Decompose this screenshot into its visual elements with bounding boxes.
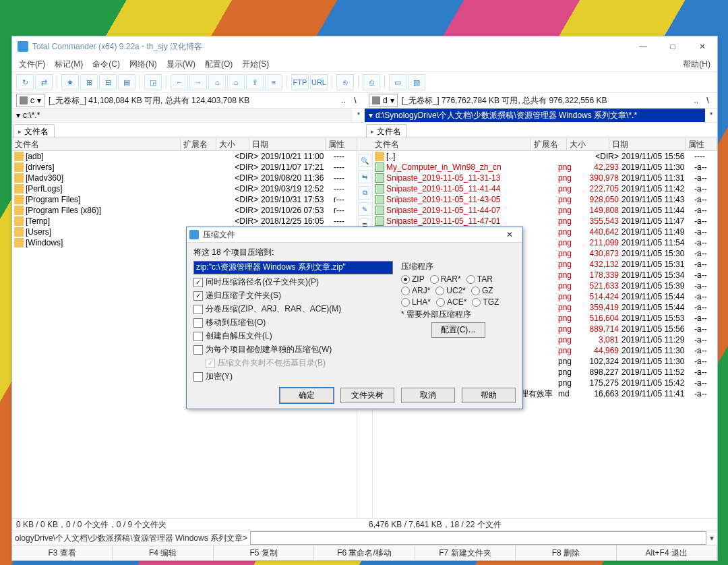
col-attr[interactable]: 属性: [326, 138, 357, 150]
list-item[interactable]: [..]<DIR>2019/11/05 15:56----: [373, 151, 717, 162]
col-name[interactable]: 文件名: [372, 138, 531, 150]
minimize-button[interactable]: —: [628, 36, 658, 57]
tool-home-a-icon[interactable]: ⌂: [208, 74, 226, 90]
drive-root-right[interactable]: \: [702, 96, 713, 105]
menu-command[interactable]: 命令(C): [92, 59, 120, 70]
tool-refresh-icon[interactable]: ↻: [16, 74, 34, 90]
tool-print-icon[interactable]: ⎙: [363, 74, 380, 90]
menu-config[interactable]: 配置(O): [205, 59, 233, 70]
col-size[interactable]: 大小: [216, 138, 249, 150]
tool-star-icon[interactable]: ★: [61, 74, 79, 90]
radio-gz[interactable]: GZ: [471, 286, 493, 295]
list-item[interactable]: [Program Files]<DIR>2019/10/31 17:53r---: [12, 194, 357, 205]
fkey-f7[interactable]: F7 新建文件夹: [415, 545, 516, 560]
list-item[interactable]: My_Computer_in_Win98_zh_cnpng42,2932019/…: [373, 162, 717, 173]
radio-arj[interactable]: ARJ*: [401, 286, 430, 295]
opt-sfx[interactable]: 创建自解压文件(L): [193, 330, 393, 342]
vtool-search-icon[interactable]: 🔍: [358, 154, 371, 167]
radio-tgz[interactable]: TGZ: [472, 297, 499, 307]
col-name[interactable]: 文件名: [12, 138, 181, 150]
list-item[interactable]: Snipaste_2019-11-05_11-31-13png390,97820…: [373, 173, 717, 183]
tab-left-filename[interactable]: ▸ 文件名: [13, 124, 55, 138]
col-size[interactable]: 大小: [567, 138, 609, 150]
drive-select-right[interactable]: d ▾: [369, 94, 398, 107]
radio-tar[interactable]: TAR: [466, 274, 493, 284]
tool-home-b-icon[interactable]: ⌂: [227, 74, 245, 90]
radio-lha[interactable]: LHA*: [401, 297, 431, 307]
menu-help[interactable]: 帮助(H): [683, 59, 710, 70]
menu-file[interactable]: 文件(F): [19, 59, 45, 70]
tool-ftp-icon[interactable]: FTP: [291, 74, 309, 90]
opt-split[interactable]: 分卷压缩(ZIP、ARJ、RAR、ACE)(M): [193, 303, 393, 315]
list-item[interactable]: [Temp]<DIR>2018/12/25 16:05----: [12, 216, 357, 227]
radio-zip[interactable]: ZIP: [401, 274, 425, 284]
menu-start[interactable]: 开始(S): [242, 59, 269, 70]
tool-list-icon[interactable]: ▤: [118, 74, 135, 90]
path-right[interactable]: ▾ d:\SynologyDrive\个人文档\少数派撰稿\资源管理器 Wind…: [365, 109, 705, 122]
menu-show[interactable]: 显示(W): [166, 59, 195, 70]
opt-pathnames[interactable]: ✓同时压缩路径名(仅子文件夹)(P): [193, 276, 393, 288]
col-ext[interactable]: 扩展名: [181, 138, 216, 150]
path-aux-left[interactable]: *: [353, 109, 365, 122]
tool-up-icon[interactable]: ⇧: [246, 74, 264, 90]
opt-separate[interactable]: 为每个项目都创建单独的压缩包(W): [193, 344, 393, 355]
col-date[interactable]: 日期: [249, 138, 326, 150]
tool-grid-b-icon[interactable]: ⊟: [99, 74, 117, 90]
list-item[interactable]: [drivers]<DIR>2019/11/07 17:21----: [12, 162, 357, 173]
tool-url-icon[interactable]: URL: [310, 74, 328, 90]
list-item[interactable]: Snipaste_2019-11-05_11-44-07png149,80820…: [373, 205, 717, 216]
radio-rar[interactable]: RAR*: [430, 274, 461, 284]
fkey-altf4[interactable]: Alt+F4 退出: [617, 545, 717, 560]
drive-select-left[interactable]: c ▾: [16, 94, 44, 107]
opt-move[interactable]: 移动到压缩包(O): [193, 317, 393, 328]
cmd-input[interactable]: [250, 531, 706, 545]
menu-net[interactable]: 网络(N): [129, 59, 157, 70]
vtool-edit-icon[interactable]: ✎: [358, 202, 371, 216]
history-icon[interactable]: ▾: [16, 111, 20, 120]
close-button[interactable]: ✕: [688, 36, 717, 57]
vtool-sync-icon[interactable]: ⇆: [358, 170, 371, 183]
col-date[interactable]: 日期: [609, 138, 686, 150]
tool-grid-a-icon[interactable]: ⊞: [80, 74, 98, 90]
history-icon[interactable]: ▾: [369, 111, 373, 120]
tool-swap-icon[interactable]: ⇄: [35, 74, 53, 90]
tool-forward-icon[interactable]: →: [189, 74, 207, 90]
tool-fill-icon[interactable]: ▧: [408, 74, 425, 90]
list-item[interactable]: Snipaste_2019-11-05_11-41-44png222,70520…: [373, 183, 717, 194]
dialog-close-button[interactable]: ✕: [499, 230, 520, 239]
list-item[interactable]: Snipaste_2019-11-05_11-43-05png928,05020…: [373, 194, 717, 205]
config-button[interactable]: 配置(C)…: [431, 322, 485, 338]
list-item[interactable]: [Program Files (x86)]<DIR>2019/10/26 07:…: [12, 205, 357, 216]
drive-dots-right[interactable]: ..: [694, 96, 698, 105]
vtool-copy-icon[interactable]: ⧉: [358, 186, 371, 200]
list-item[interactable]: [PerfLogs]<DIR>2019/03/19 12:52----: [12, 183, 357, 194]
tool-rect-icon[interactable]: ▭: [389, 74, 406, 90]
fkey-f4[interactable]: F4 编辑: [113, 545, 213, 560]
tool-box-icon[interactable]: ◲: [144, 74, 162, 90]
radio-uc2[interactable]: UC2*: [435, 286, 466, 295]
tool-menu-icon[interactable]: ≡: [265, 74, 282, 90]
cmd-history-icon[interactable]: ▾: [706, 533, 717, 543]
list-item[interactable]: [Madv360]<DIR>2019/08/20 11:36----: [12, 173, 357, 183]
help-button[interactable]: 帮助: [462, 388, 516, 403]
maximize-button[interactable]: □: [658, 36, 688, 57]
path-left[interactable]: ▾ c:\*.*: [12, 109, 353, 122]
radio-ace[interactable]: ACE*: [436, 297, 466, 307]
opt-recurse[interactable]: ✓递归压缩子文件夹(S): [193, 290, 393, 301]
col-attr[interactable]: 属性: [686, 138, 717, 150]
opt-encrypt[interactable]: 加密(Y): [193, 371, 393, 382]
ok-button[interactable]: 确定: [280, 388, 334, 403]
fkey-f3[interactable]: F3 查看: [12, 545, 113, 560]
path-aux-right[interactable]: *: [705, 109, 717, 122]
list-item[interactable]: Snipaste_2019-11-05_11-47-01png355,54320…: [373, 216, 717, 227]
menu-mark[interactable]: 标记(M): [55, 59, 83, 70]
col-ext[interactable]: 扩展名: [531, 138, 567, 150]
tool-exit-icon[interactable]: ⎋: [336, 74, 354, 90]
drive-dots-left[interactable]: ..: [341, 96, 346, 105]
fkey-f6[interactable]: F6 重命名/移动: [314, 545, 415, 560]
list-item[interactable]: [adb]<DIR>2019/10/21 11:00----: [12, 151, 357, 162]
tab-right-filename[interactable]: ▸ 文件名: [366, 124, 407, 138]
tool-back-icon[interactable]: ←: [171, 74, 188, 90]
cancel-button[interactable]: 取消: [401, 388, 455, 403]
target-path-input[interactable]: zip:"c:\资源管理器 Windows 系列文章.zip": [193, 261, 393, 274]
